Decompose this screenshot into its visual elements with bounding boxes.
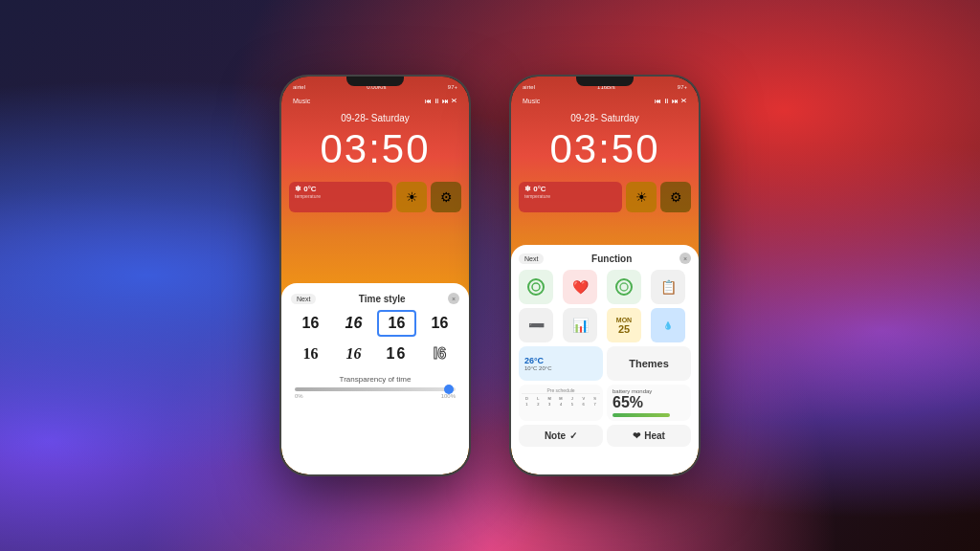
phone-2-temp-label: temperature bbox=[524, 193, 616, 199]
phone-2-widgets: ❄ 0°C temperature ☀ ⚙ bbox=[519, 182, 691, 212]
time-style-5[interactable]: 16 bbox=[291, 341, 330, 367]
phone-1-time-style-grid: 16 16 16 16 16 16 16 I6 bbox=[291, 310, 459, 367]
phone-1-status-bar: airtel 0.00K/s 97+ bbox=[281, 84, 469, 90]
water-drop: 💧 bbox=[663, 321, 673, 330]
func-icon-copy[interactable]: 📋 bbox=[651, 270, 685, 304]
phone-2-panel-header: Next Function × bbox=[519, 253, 691, 264]
svg-point-2 bbox=[616, 279, 632, 295]
func-icon-ring-2[interactable] bbox=[607, 270, 641, 304]
func-icon-ring[interactable] bbox=[519, 270, 553, 304]
phone-2-panel-title: Function bbox=[591, 253, 632, 264]
phone-1-music-controls: ⏮ ⏸ ⏭ ✕ bbox=[425, 98, 457, 104]
phone-1: airtel 0.00K/s 97+ Music ⏮ ⏸ ⏭ ✕ 09-28- … bbox=[279, 75, 471, 476]
phone-2-music-bar: Music ⏮ ⏸ ⏭ ✕ bbox=[511, 98, 699, 104]
time-style-1[interactable]: 16 bbox=[291, 310, 330, 337]
func-widget-mon[interactable]: MON 25 bbox=[607, 308, 641, 342]
phone-1-speed: 0.00K/s bbox=[367, 84, 386, 90]
phone-1-bottom-panel[interactable]: Next Time style × 16 16 16 16 16 16 16 I… bbox=[281, 283, 469, 474]
phone-1-close-btn[interactable]: × bbox=[448, 293, 459, 304]
phone-1-slider-labels: 0% 100% bbox=[295, 393, 456, 399]
phone-2-row-4: Pre schedule DLMMJVS 1234567 battery mon… bbox=[519, 385, 691, 421]
phone-1-battery: 97+ bbox=[448, 84, 457, 90]
func-calendar-widget[interactable]: Pre schedule DLMMJVS 1234567 bbox=[519, 385, 603, 421]
note-button[interactable]: Note ✓ bbox=[519, 425, 603, 447]
svg-point-0 bbox=[528, 279, 544, 295]
time-style-8[interactable]: I6 bbox=[420, 341, 459, 367]
phone-1-slider-track[interactable] bbox=[295, 387, 456, 391]
weather-temp: 26°C bbox=[524, 356, 597, 365]
phone-2-row-5: Note ✓ ❤ Heat bbox=[519, 425, 691, 447]
time-style-2[interactable]: 16 bbox=[334, 310, 373, 337]
svg-point-1 bbox=[532, 283, 540, 291]
note-check-icon: ✓ bbox=[569, 430, 577, 441]
mon-label: MON bbox=[616, 317, 632, 323]
battery-progress bbox=[612, 413, 670, 417]
phone-2-time: 03:50 bbox=[511, 126, 699, 172]
heat-button[interactable]: ❤ Heat bbox=[607, 425, 691, 447]
note-label: Note bbox=[545, 430, 566, 441]
phone-1-slider-min: 0% bbox=[295, 393, 303, 399]
phone-2-music-label: Music bbox=[523, 98, 540, 104]
weather-sub: 10°C 20°C bbox=[524, 365, 597, 371]
phone-1-sun-widget-2: ⚙ bbox=[431, 182, 461, 212]
func-widget-water[interactable]: 💧 bbox=[651, 308, 685, 342]
phone-1-transparency-section: Transparency of time 0% 100% bbox=[291, 375, 459, 399]
func-battery-widget[interactable]: battery monday 65% bbox=[607, 385, 691, 421]
svg-point-3 bbox=[620, 283, 628, 291]
heat-heart-icon: ❤ bbox=[633, 430, 640, 441]
phone-2-status-bar: airtel 116B/s 97+ bbox=[511, 84, 699, 90]
phone-1-slider-thumb[interactable] bbox=[444, 385, 454, 394]
phone-2-temp-widget: ❄ 0°C temperature bbox=[519, 182, 622, 212]
phone-1-transparency-label: Transparency of time bbox=[291, 375, 459, 384]
phone-2-next-btn[interactable]: Next bbox=[519, 253, 544, 264]
battery-percent: 65% bbox=[612, 394, 670, 411]
phone-2-sun-widget-2: ⚙ bbox=[660, 182, 691, 212]
phone-2-speed: 116B/s bbox=[597, 84, 615, 90]
time-style-4[interactable]: 16 bbox=[420, 310, 459, 337]
phone-2-close-btn[interactable]: × bbox=[679, 253, 691, 264]
phone-1-widgets: ❄ 0°C temperature ☀ ⚙ bbox=[289, 182, 461, 212]
phone-2-function-panel[interactable]: Next Function × ❤️ 📋 ➖ bbox=[511, 245, 699, 474]
phone-2-temp-value: ❄ 0°C bbox=[524, 185, 616, 193]
phone-2-battery: 97+ bbox=[678, 84, 687, 90]
time-style-6[interactable]: 16 bbox=[334, 341, 373, 367]
phones-container: airtel 0.00K/s 97+ Music ⏮ ⏸ ⏭ ✕ 09-28- … bbox=[0, 0, 980, 551]
func-icon-minus[interactable]: ➖ bbox=[519, 308, 553, 342]
phone-1-time: 03:50 bbox=[281, 126, 469, 172]
phone-2-screen: airtel 116B/s 97+ Music ⏮ ⏸ ⏭ ✕ 09-28- S… bbox=[511, 77, 699, 474]
phone-2: airtel 116B/s 97+ Music ⏮ ⏸ ⏭ ✕ 09-28- S… bbox=[509, 75, 701, 476]
phone-1-sun-widget-1: ☀ bbox=[396, 182, 427, 212]
phone-1-panel-header: Next Time style × bbox=[291, 293, 459, 304]
mon-date: 25 bbox=[618, 323, 630, 335]
phone-1-screen: airtel 0.00K/s 97+ Music ⏮ ⏸ ⏭ ✕ 09-28- … bbox=[281, 77, 469, 474]
phone-2-row-3: 26°C 10°C 20°C Themes bbox=[519, 346, 691, 381]
phone-2-icon-row-1: ❤️ 📋 bbox=[519, 270, 691, 304]
phone-1-temp-widget: ❄ 0°C temperature bbox=[289, 182, 392, 212]
phone-2-music-controls: ⏮ ⏸ ⏭ ✕ bbox=[655, 98, 687, 104]
phone-1-temp-label: temperature bbox=[295, 193, 387, 199]
phone-2-sun-widget-1: ☀ bbox=[626, 182, 657, 212]
phone-2-carrier: airtel bbox=[523, 84, 535, 90]
phone-1-date: 09-28- Saturday bbox=[281, 113, 469, 123]
heat-label: Heat bbox=[644, 430, 665, 441]
phone-1-music-label: Music bbox=[293, 98, 310, 104]
phone-2-icon-row-2: ➖ 📊 MON 25 💧 bbox=[519, 308, 691, 342]
phone-1-music-bar: Music ⏮ ⏸ ⏭ ✕ bbox=[281, 98, 469, 104]
time-style-7[interactable]: 16 bbox=[377, 341, 416, 367]
themes-button[interactable]: Themes bbox=[607, 346, 691, 381]
time-style-3[interactable]: 16 bbox=[377, 310, 416, 337]
func-icon-chart[interactable]: 📊 bbox=[563, 308, 597, 342]
phone-2-date: 09-28- Saturday bbox=[511, 113, 699, 123]
phone-1-carrier: airtel bbox=[293, 84, 305, 90]
func-icon-heart[interactable]: ❤️ bbox=[563, 270, 597, 304]
phone-1-temp-value: ❄ 0°C bbox=[295, 185, 387, 193]
phone-1-panel-title: Time style bbox=[359, 294, 406, 304]
func-weather-widget[interactable]: 26°C 10°C 20°C bbox=[519, 346, 603, 381]
phone-1-next-btn[interactable]: Next bbox=[291, 294, 316, 304]
